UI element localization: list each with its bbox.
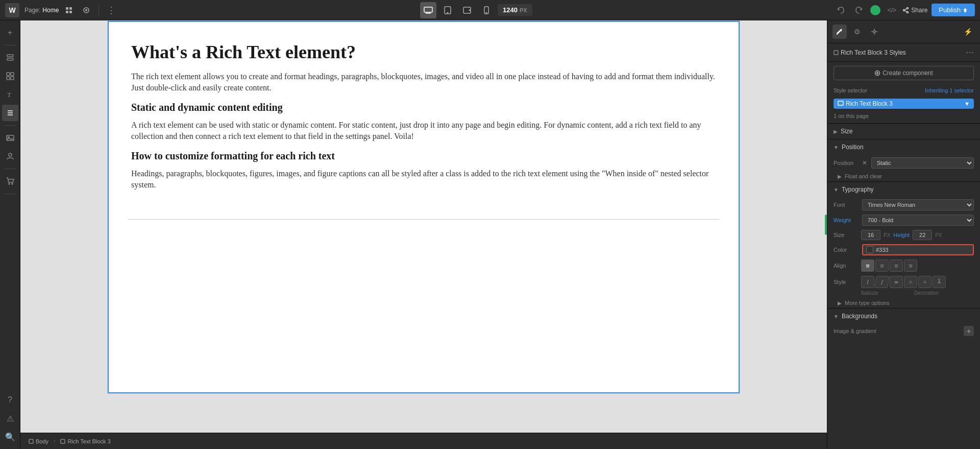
svg-rect-6 [424, 7, 432, 12]
svg-rect-26 [11, 77, 14, 80]
style-selector-row: Style selector Inheriting 1 selector [827, 84, 980, 97]
code-icon[interactable]: </> [885, 3, 899, 17]
inherit-link[interactable]: Inheriting 1 selector [925, 87, 974, 93]
sidebar-warning-icon[interactable]: ⚠ [2, 410, 18, 427]
undo-btn[interactable] [834, 3, 848, 17]
desktop-device-btn[interactable] [420, 2, 436, 18]
canvas-empty-area[interactable] [108, 220, 740, 393]
green-edge-indicator [825, 215, 827, 235]
position-select[interactable]: Static [871, 157, 974, 169]
style-header-more-btn[interactable]: ⋯ [966, 48, 974, 57]
weight-row: Weight 700 - Bold [827, 212, 980, 228]
position-chevron-icon: ▼ [834, 145, 839, 150]
pages-icon[interactable] [62, 3, 76, 17]
landscape-device-btn[interactable] [459, 2, 475, 18]
breadcrumb-body[interactable]: Body [26, 437, 52, 445]
svg-rect-46 [29, 439, 33, 443]
svg-point-13 [469, 10, 470, 11]
svg-rect-47 [61, 439, 65, 443]
sidebar-components-icon[interactable] [2, 68, 18, 84]
sidebar-ecommerce-icon[interactable] [2, 173, 18, 190]
status-indicator [870, 5, 880, 15]
lightning-tool-btn[interactable]: ⚡ [961, 25, 975, 39]
superscript-btn[interactable]: A [904, 276, 917, 288]
align-right-btn[interactable]: ≡ [890, 259, 903, 272]
more-options-icon[interactable]: ⋮ [104, 3, 118, 17]
strikethrough-btn[interactable]: × [890, 276, 903, 288]
position-section-header[interactable]: ▼ Position [827, 139, 980, 155]
breadcrumb-rich-text-block[interactable]: Rich Text Block 3 [57, 437, 113, 445]
style-field-label: Style [834, 279, 858, 285]
canvas-para-2: A rich text element can be used with sta… [131, 120, 716, 142]
style-selector-label: Style selector [834, 87, 867, 93]
size-field-label: Size [834, 232, 858, 238]
canvas-para-1: The rich text element allows you to crea… [131, 71, 716, 93]
sidebar-add-btn[interactable]: + [2, 25, 18, 41]
italic-oblique-btn[interactable]: I [874, 276, 889, 288]
position-section-label: ▼ Position [834, 144, 864, 151]
share-label: Share [911, 7, 927, 14]
typography-section-text: Typography [842, 186, 874, 193]
backgrounds-section-header[interactable]: ▼ Backgrounds [827, 308, 980, 324]
size-section-header[interactable]: ▶ Size [827, 123, 980, 139]
app-logo[interactable]: W [5, 3, 19, 17]
height-unit-label: PX [935, 232, 942, 238]
size-input[interactable] [861, 230, 880, 240]
publish-label: Publish [939, 6, 961, 14]
settings-tool-btn[interactable]: ⚙ [850, 25, 864, 39]
page-name[interactable]: Home [42, 7, 59, 14]
sidebar-text-icon[interactable]: T [2, 86, 18, 103]
right-panel: ⚙ ⚡ Rich Text Block 3 Styles ⋯ Create co… [827, 20, 980, 449]
preview-icon[interactable] [79, 3, 93, 17]
more-type-options-row[interactable]: ▶ More type options [827, 298, 980, 308]
italic-btn[interactable]: I [861, 276, 874, 288]
position-section-text: Position [842, 144, 864, 151]
float-clear-row[interactable]: ▶ Float and clear [827, 171, 980, 181]
position-x-icon: ✕ [861, 159, 868, 167]
selector-dropdown[interactable]: Rich Text Block 3 ▼ [834, 99, 974, 109]
height-input[interactable] [913, 230, 932, 240]
weight-select[interactable]: 700 - Bold [862, 215, 974, 226]
subscript-btn[interactable]: A [918, 276, 932, 288]
align-center-btn[interactable]: ≡ [875, 259, 889, 272]
float-clear-chevron-icon: ▶ [838, 174, 842, 179]
svg-point-16 [907, 7, 909, 9]
font-select[interactable]: Times New Roman [862, 199, 974, 210]
sidebar-users-icon[interactable] [2, 148, 18, 164]
add-background-btn[interactable]: + [964, 326, 974, 336]
svg-rect-41 [834, 51, 838, 55]
style-tool-btn[interactable] [832, 25, 847, 39]
sidebar-help-icon[interactable]: ? [2, 392, 18, 408]
redo-btn[interactable] [852, 3, 866, 17]
interactions-tool-btn[interactable] [867, 25, 881, 39]
svg-rect-22 [7, 58, 13, 60]
tablet-device-btn[interactable] [439, 2, 456, 18]
svg-rect-45 [838, 101, 843, 105]
sidebar-media-icon[interactable] [2, 130, 18, 146]
canvas[interactable]: Rich Text Block 3 What's a Rich Text ele… [107, 20, 740, 394]
sidebar-list-icon[interactable] [2, 105, 18, 121]
color-input-wrapper[interactable]: #333 [862, 244, 974, 255]
typography-section-header[interactable]: ▼ Typography [827, 181, 980, 197]
svg-rect-23 [7, 73, 10, 76]
canvas-heading-2: Static and dynamic content editing [131, 102, 716, 113]
left-sidebar: + T ? ⚠ 🔍 [0, 20, 20, 449]
create-component-btn[interactable]: Create component [834, 66, 974, 80]
svg-rect-0 [66, 7, 68, 10]
canvas-area[interactable]: Rich Text Block 3 What's a Rich Text ele… [20, 20, 827, 449]
allcaps-btn[interactable]: A̅ [933, 276, 946, 288]
align-left-btn[interactable]: ≡ [861, 259, 874, 272]
backgrounds-section-text: Backgrounds [842, 313, 877, 320]
mobile-device-btn[interactable] [478, 2, 495, 18]
sidebar-search-icon[interactable]: 🔍 [2, 429, 18, 445]
backgrounds-chevron-icon: ▼ [834, 314, 839, 319]
panel-toolbar: ⚙ ⚡ [827, 20, 980, 43]
share-btn[interactable]: Share [903, 7, 927, 14]
svg-line-19 [905, 10, 907, 12]
style-title-text: Rich Text Block 3 Styles [841, 49, 906, 56]
page-label-text: Page: [24, 7, 40, 14]
align-justify-btn[interactable]: ≡ [904, 259, 917, 272]
sidebar-layers-icon[interactable] [2, 50, 18, 66]
svg-point-5 [85, 9, 87, 11]
publish-btn[interactable]: Publish [932, 4, 975, 16]
